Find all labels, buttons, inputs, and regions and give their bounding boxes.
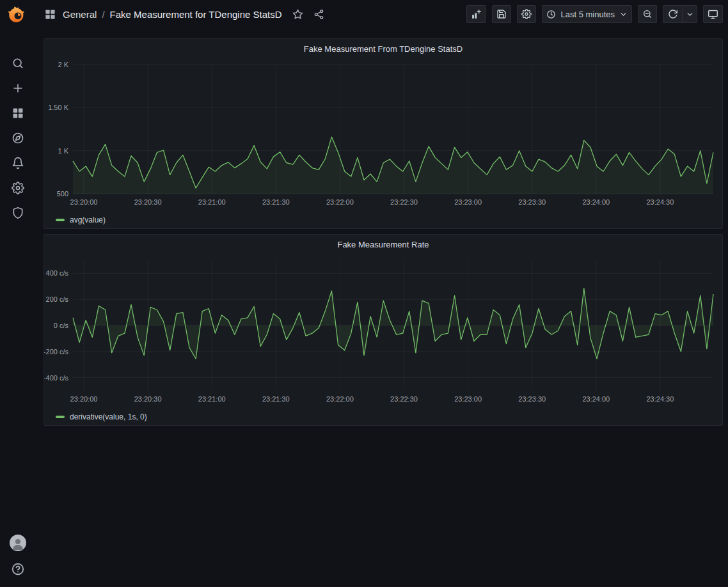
refresh-dashboard-button[interactable]	[663, 5, 682, 23]
compass-icon	[12, 132, 24, 145]
zoom-out-icon	[642, 9, 653, 19]
search-icon	[12, 57, 24, 70]
star-dashboard-button[interactable]	[292, 9, 303, 20]
panel-legend: derivative(value, 1s, 0)	[44, 410, 722, 424]
dashboards-breadcrumb-icon[interactable]	[44, 8, 56, 20]
refresh-interval-dropdown[interactable]	[682, 5, 697, 23]
dashboard-grid: Fake Measurement From TDengine StatsD 23…	[35, 28, 728, 587]
sidebar-item-dashboards[interactable]	[9, 104, 27, 122]
svg-text:1 K: 1 K	[58, 147, 68, 155]
svg-text:23:20:00: 23:20:00	[70, 198, 98, 206]
main-area: General / Fake Measurement for TDengine …	[35, 0, 728, 587]
svg-text:23:21:00: 23:21:00	[198, 198, 226, 206]
bell-icon	[12, 157, 24, 169]
panel-title[interactable]: Fake Measurement Rate	[44, 235, 722, 254]
breadcrumb-folder[interactable]: General	[63, 9, 97, 20]
panel-fake-measurement: Fake Measurement From TDengine StatsD 23…	[44, 38, 723, 229]
dashboard-navbar: General / Fake Measurement for TDengine …	[35, 0, 728, 28]
sidebar-item-configuration[interactable]	[9, 179, 27, 197]
time-range-label: Last 5 minutes	[560, 10, 615, 19]
sidebar-nav	[9, 54, 27, 222]
dashboard-title[interactable]: Fake Measurement for TDengine StatsD	[110, 9, 282, 20]
timeseries-plot[interactable]: 23:20:0023:20:3023:21:0023:21:3023:22:00…	[44, 58, 722, 213]
apps-grid-icon	[44, 8, 56, 20]
svg-text:23:24:00: 23:24:00	[582, 198, 610, 206]
clock-icon	[546, 10, 556, 19]
dashboard-settings-button[interactable]	[517, 5, 536, 23]
monitor-icon	[708, 9, 718, 20]
svg-text:23:22:30: 23:22:30	[390, 198, 418, 206]
legend-series-label[interactable]: avg(value)	[70, 215, 106, 224]
sidebar	[0, 0, 35, 587]
svg-text:23:21:30: 23:21:30	[262, 198, 290, 206]
avatar-icon	[10, 536, 26, 551]
navbar-toolbar: Last 5 minutes	[466, 5, 723, 23]
add-panel-icon	[471, 9, 482, 20]
svg-text:23:23:00: 23:23:00	[454, 198, 482, 206]
svg-text:-400 c/s: -400 c/s	[44, 374, 68, 382]
svg-text:23:24:00: 23:24:00	[582, 395, 610, 403]
sidebar-item-alerting[interactable]	[9, 154, 27, 172]
svg-text:23:23:30: 23:23:30	[518, 395, 546, 403]
kiosk-mode-button[interactable]	[703, 5, 723, 23]
svg-text:23:20:00: 23:20:00	[70, 395, 98, 403]
svg-text:400 c/s: 400 c/s	[46, 269, 69, 277]
sidebar-item-search[interactable]	[9, 54, 27, 72]
legend-series-label[interactable]: derivative(value, 1s, 0)	[70, 412, 147, 421]
svg-text:23:23:00: 23:23:00	[454, 395, 482, 403]
sidebar-item-explore[interactable]	[9, 129, 27, 147]
apps-grid-icon	[12, 107, 24, 120]
svg-text:23:21:00: 23:21:00	[198, 395, 226, 403]
legend-series-swatch[interactable]	[56, 416, 65, 418]
refresh-icon	[668, 9, 678, 19]
svg-text:200 c/s: 200 c/s	[46, 295, 69, 303]
user-avatar[interactable]	[10, 535, 26, 551]
panel-legend: avg(value)	[44, 213, 722, 227]
breadcrumb: General / Fake Measurement for TDengine …	[63, 9, 282, 20]
svg-text:23:20:30: 23:20:30	[134, 395, 162, 403]
svg-text:23:21:30: 23:21:30	[262, 395, 290, 403]
sidebar-item-server-admin[interactable]	[9, 204, 27, 222]
svg-text:2 K: 2 K	[58, 61, 68, 68]
legend-series-swatch[interactable]	[56, 219, 65, 221]
chevron-down-icon	[686, 10, 694, 19]
zoom-out-time-button[interactable]	[638, 5, 657, 23]
sidebar-item-create[interactable]	[9, 79, 27, 97]
timeseries-plot[interactable]: 23:20:0023:20:3023:21:0023:21:3023:22:00…	[44, 254, 722, 410]
svg-text:23:24:30: 23:24:30	[647, 198, 674, 206]
share-icon	[313, 9, 324, 20]
grafana-app: General / Fake Measurement for TDengine …	[0, 0, 728, 587]
grafana-logo[interactable]	[8, 4, 28, 25]
svg-text:23:23:30: 23:23:30	[518, 198, 546, 206]
save-dashboard-button[interactable]	[492, 5, 511, 23]
gear-icon	[12, 182, 24, 194]
shield-icon	[12, 207, 24, 219]
star-icon	[292, 9, 303, 20]
panel-fake-measurement-rate: Fake Measurement Rate 23:20:0023:20:3023…	[44, 234, 723, 426]
grafana-flame-icon	[8, 4, 28, 25]
svg-text:1.50 K: 1.50 K	[48, 104, 68, 111]
time-range-picker[interactable]: Last 5 minutes	[542, 5, 632, 23]
breadcrumb-separator: /	[102, 9, 104, 20]
navbar-left: General / Fake Measurement for TDengine …	[44, 8, 324, 20]
share-dashboard-button[interactable]	[313, 9, 324, 20]
svg-text:23:22:00: 23:22:00	[326, 395, 354, 403]
refresh-button-group	[663, 5, 697, 23]
svg-text:0 c/s: 0 c/s	[54, 322, 69, 329]
svg-text:23:22:00: 23:22:00	[326, 198, 354, 206]
svg-text:23:22:30: 23:22:30	[390, 395, 418, 403]
sidebar-item-help[interactable]	[9, 560, 27, 578]
chevron-down-icon	[619, 10, 628, 19]
dashboard-settings-gear-icon	[521, 9, 532, 19]
svg-text:500: 500	[57, 190, 68, 198]
save-dashboard-icon	[496, 9, 507, 19]
plus-icon	[12, 82, 24, 95]
svg-text:23:20:30: 23:20:30	[134, 198, 162, 206]
panel-title[interactable]: Fake Measurement From TDengine StatsD	[44, 39, 722, 58]
svg-text:23:24:30: 23:24:30	[647, 395, 674, 403]
add-panel-button[interactable]	[466, 5, 486, 23]
svg-text:-200 c/s: -200 c/s	[44, 348, 68, 356]
question-circle-icon	[11, 562, 25, 576]
